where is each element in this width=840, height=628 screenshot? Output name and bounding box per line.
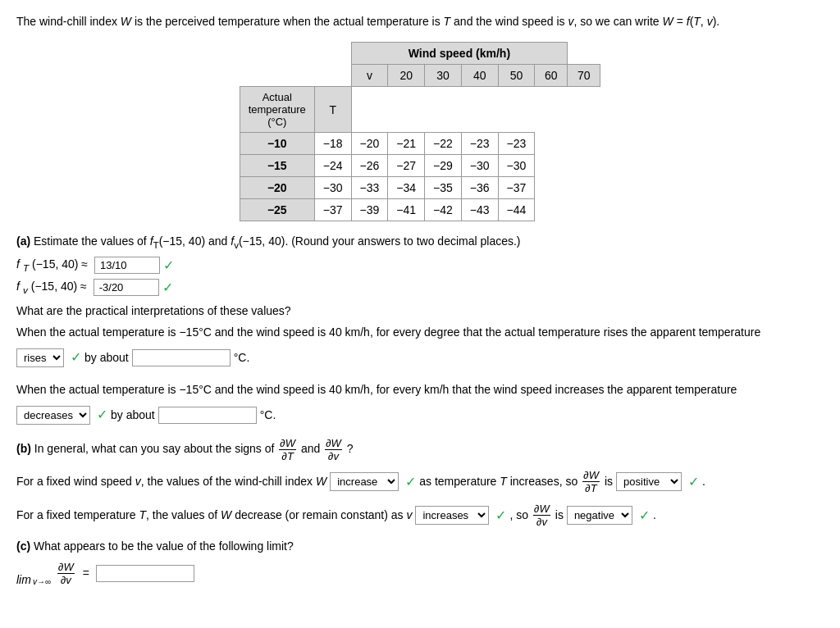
interp1-unit: °C. xyxy=(234,348,250,368)
interp1-line: rises falls ✓ by about °C. xyxy=(16,346,824,370)
part-c-limit-line: lim v→∞ ∂W ∂v = xyxy=(16,561,824,586)
for-a-prefix: For a fixed wind speed v, the values of … xyxy=(16,475,326,488)
for-b-is: is xyxy=(555,508,564,521)
for-b-sign-check: ✓ xyxy=(639,507,650,523)
v-header: v xyxy=(351,65,388,87)
partial-dW-dT: ∂W ∂T xyxy=(279,437,296,462)
for-b-comma-so: , so xyxy=(509,508,528,521)
interp2-dropdown[interactable]: decreases increases xyxy=(16,406,90,425)
fv-input[interactable] xyxy=(94,279,159,296)
interp1-dropdown[interactable]: rises falls xyxy=(16,348,64,367)
table-row: −10 −18 −20 −21 −22 −23 −23 xyxy=(240,133,600,155)
interp1-block: When the actual temperature is −15°C and… xyxy=(16,322,824,370)
interp2-unit: °C. xyxy=(260,405,276,425)
part-a-label: (a) Estimate the values of fT(−15, 40) a… xyxy=(16,234,824,250)
for-a-suffix: as temperature T increases, so xyxy=(419,475,578,488)
for-a-dropdown[interactable]: increase decrease xyxy=(330,472,399,491)
for-b-period: . xyxy=(653,508,656,521)
part-b-line1: For a fixed wind speed v, the values of … xyxy=(16,469,824,494)
table-row: −25 −37 −39 −41 −42 −43 −44 xyxy=(240,199,600,221)
fT-check: ✓ xyxy=(163,257,174,273)
interp1-by-about: by about xyxy=(84,348,129,368)
for-a-check: ✓ xyxy=(405,474,416,489)
fT-answer-row: fT(−15, 40) ≈ ✓ xyxy=(16,257,824,274)
limit-expression: lim v→∞ ∂W ∂v xyxy=(16,561,76,586)
wind-speed-header: Wind speed (km/h) xyxy=(351,43,568,65)
part-a-section: (a) Estimate the values of fT(−15, 40) a… xyxy=(16,234,824,427)
wind-chill-table: Wind speed (km/h) v 20 30 40 50 60 70 Ac… xyxy=(16,42,824,221)
interp2-value-input[interactable] xyxy=(158,407,257,424)
fv-answer-row: fv(−15, 40) ≈ ✓ xyxy=(16,279,824,296)
actual-temp-label: Actualtemperature(°C) xyxy=(240,87,314,133)
fv-label: fv(−15, 40) ≈ xyxy=(16,280,87,295)
interp2-line: decreases increases ✓ by about °C. xyxy=(16,403,824,427)
interp1-check: ✓ xyxy=(71,346,81,370)
fv-check: ✓ xyxy=(162,280,173,295)
equals-sign: = xyxy=(83,567,89,580)
for-b-dropdown[interactable]: increases decreases xyxy=(415,506,489,525)
partial-dW-dv: ∂W ∂v xyxy=(325,437,342,462)
partial-dW-dT-2: ∂W ∂T xyxy=(582,469,600,494)
partial-dW-dv-2: ∂W ∂v xyxy=(533,503,550,528)
interp1-text: When the actual temperature is −15°C and… xyxy=(16,322,824,343)
T-header: T xyxy=(314,87,351,133)
for-a-sign-dropdown[interactable]: positive negative xyxy=(616,472,682,491)
interp2-text: When the actual temperature is −15°C and… xyxy=(16,380,824,400)
part-b-section: (b) In general, what can you say about t… xyxy=(16,437,824,528)
limit-fraction: ∂W ∂v xyxy=(57,561,75,586)
table-row: −20 −30 −33 −34 −35 −36 −37 xyxy=(240,177,600,199)
fT-input[interactable] xyxy=(94,257,160,274)
for-b-sign-dropdown[interactable]: negative positive xyxy=(567,506,632,525)
for-a-period: . xyxy=(702,475,705,488)
for-a-is: is xyxy=(605,475,613,488)
interp2-by-about: by about xyxy=(111,405,155,425)
for-a-sign-check: ✓ xyxy=(688,474,699,489)
for-b-check: ✓ xyxy=(495,507,506,523)
part-c-question: (c) What appears to be the value of the … xyxy=(16,539,824,553)
for-b-prefix: For a fixed temperature T, the values of… xyxy=(16,508,412,521)
fT-label: fT(−15, 40) ≈ xyxy=(16,257,88,273)
interp1-value-input[interactable] xyxy=(132,349,231,366)
intro-text: The wind-chill index W is the perceived … xyxy=(16,13,824,30)
part-b-line2: For a fixed temperature T, the values of… xyxy=(16,503,824,528)
table-row: −15 −24 −26 −27 −29 −30 −30 xyxy=(240,155,600,177)
limit-answer-input[interactable] xyxy=(96,565,194,582)
interp2-block: When the actual temperature is −15°C and… xyxy=(16,380,824,427)
part-c-section: (c) What appears to be the value of the … xyxy=(16,539,824,586)
interp-header: What are the practical interpretations o… xyxy=(16,304,824,317)
part-b-question: (b) In general, what can you say about t… xyxy=(16,437,824,462)
interp2-check: ✓ xyxy=(97,403,107,427)
